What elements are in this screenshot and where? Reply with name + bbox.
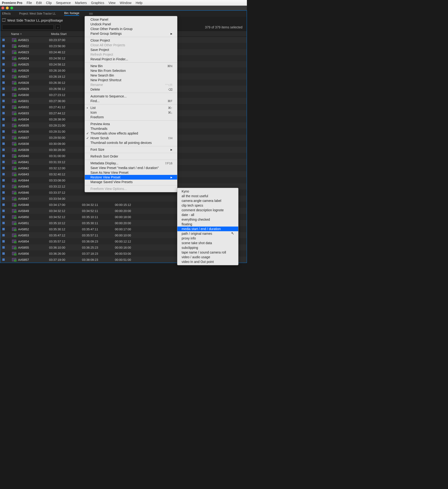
row-checkbox[interactable] xyxy=(2,258,5,261)
menu-item[interactable]: Metadata Display...⇧F16 xyxy=(85,161,177,165)
menu-item[interactable]: Find...⌘F xyxy=(85,98,177,103)
submenu-item[interactable]: all the most useful xyxy=(177,194,238,198)
menu-view[interactable]: View xyxy=(108,1,116,5)
row-checkbox[interactable] xyxy=(2,197,5,200)
row-checkbox[interactable] xyxy=(2,240,5,243)
row-checkbox[interactable] xyxy=(2,57,5,60)
row-checkbox[interactable] xyxy=(2,51,5,54)
menu-item[interactable]: Reveal Project in Finder... xyxy=(85,57,177,62)
menu-item[interactable]: Manage Saved View Presets xyxy=(85,179,177,184)
row-checkbox[interactable] xyxy=(2,191,5,194)
submenu-item[interactable]: tape name / sound camera roll xyxy=(177,250,238,255)
row-checkbox[interactable] xyxy=(2,99,5,102)
submenu-item[interactable]: path / original names xyxy=(177,231,238,236)
menu-item[interactable]: Preview Area xyxy=(85,122,177,126)
menu-item[interactable]: Thumbnail controls for all pointing devi… xyxy=(85,140,177,145)
window-zoom-button[interactable] xyxy=(10,7,13,9)
row-checkbox[interactable] xyxy=(2,167,5,170)
bin-icon[interactable] xyxy=(2,19,5,22)
row-checkbox[interactable] xyxy=(2,87,5,90)
row-checkbox[interactable] xyxy=(2,45,5,48)
menu-item[interactable]: Save View Preset "media start / end / du… xyxy=(85,165,177,170)
row-checkbox[interactable] xyxy=(2,222,5,224)
row-checkbox[interactable] xyxy=(2,112,5,114)
menu-markers[interactable]: Markers xyxy=(75,1,87,5)
menu-item[interactable]: Close Project xyxy=(85,38,177,43)
row-checkbox[interactable] xyxy=(2,124,5,127)
submenu-item[interactable]: floating xyxy=(177,222,238,227)
tab-project[interactable]: Project: West Side Tractor LL xyxy=(19,12,56,15)
menu-item[interactable]: New Bin From Selection xyxy=(85,68,177,73)
row-checkbox[interactable] xyxy=(2,39,5,41)
menu-window[interactable]: Window xyxy=(120,1,132,5)
tab-bin-footage[interactable]: Bin: footage xyxy=(64,11,79,16)
submenu-item[interactable]: camera angle camera label xyxy=(177,198,238,203)
menu-item[interactable]: Close Panel xyxy=(85,17,177,22)
submenu-item[interactable]: scene take shot data xyxy=(177,241,238,245)
row-checkbox[interactable] xyxy=(2,75,5,78)
row-checkbox[interactable] xyxy=(2,93,5,96)
menu-item[interactable]: New Project Shortcut xyxy=(85,78,177,82)
submenu-item[interactable]: comment description lognote xyxy=(177,208,238,212)
row-checkbox[interactable] xyxy=(2,215,5,218)
row-checkbox[interactable] xyxy=(2,228,5,230)
row-checkbox[interactable] xyxy=(2,136,5,139)
menu-item[interactable]: ✓Hover Scrub⇧H xyxy=(85,136,177,140)
menu-item[interactable]: ✓Thumbnails show effects applied xyxy=(85,131,177,136)
column-header-name[interactable]: Name ∧ xyxy=(11,32,51,36)
tab-effects[interactable]: Effects xyxy=(2,12,11,15)
row-checkbox[interactable] xyxy=(2,142,5,145)
row-checkbox[interactable] xyxy=(2,185,5,188)
new-search-bin-button[interactable]: ⌕ xyxy=(55,25,60,30)
menu-sequence[interactable]: Sequence xyxy=(56,1,71,5)
menu-file[interactable]: File xyxy=(26,1,32,5)
submenu-item[interactable]: video In and Out point xyxy=(177,259,238,263)
submenu-item[interactable]: video / audio usage xyxy=(177,255,238,259)
row-checkbox[interactable] xyxy=(2,155,5,157)
menu-item[interactable]: New Search Bin xyxy=(85,73,177,78)
row-checkbox[interactable] xyxy=(2,106,5,108)
window-close-button[interactable] xyxy=(1,7,4,9)
menu-item[interactable]: New Bin⌘N xyxy=(85,64,177,68)
menu-item[interactable]: Undock Panel xyxy=(85,22,177,26)
menu-item[interactable]: Panel Group Settings▶ xyxy=(85,31,177,36)
submenu-item[interactable]: everything checked xyxy=(177,217,238,222)
row-checkbox[interactable] xyxy=(2,81,5,84)
row-checkbox[interactable] xyxy=(2,63,5,66)
menu-item[interactable]: Thumbnails xyxy=(85,126,177,131)
menu-graphics[interactable]: Graphics xyxy=(91,1,104,5)
row-checkbox[interactable] xyxy=(2,130,5,133)
panel-menu-icon[interactable] xyxy=(89,13,93,15)
menu-item[interactable]: Close Other Panels in Group xyxy=(85,26,177,31)
submenu-item[interactable]: Kyno xyxy=(177,189,238,194)
menu-item[interactable]: Font Size▶ xyxy=(85,147,177,152)
menu-help[interactable]: Help xyxy=(136,1,143,5)
row-checkbox[interactable] xyxy=(2,246,5,249)
menu-item[interactable]: Restore View Preset▶ xyxy=(85,175,177,179)
window-minimize-button[interactable] xyxy=(6,7,9,9)
column-header-media-start[interactable]: Media Start xyxy=(51,32,84,36)
row-checkbox[interactable] xyxy=(2,69,5,72)
row-checkbox[interactable] xyxy=(2,203,5,206)
menu-edit[interactable]: Edit xyxy=(36,1,42,5)
submenu-item[interactable]: date - all xyxy=(177,212,238,217)
menu-item[interactable]: Freeform xyxy=(85,115,177,120)
menu-item[interactable]: Automate to Sequence... xyxy=(85,94,177,98)
row-checkbox[interactable] xyxy=(2,148,5,151)
search-input[interactable] xyxy=(2,25,54,30)
menu-item[interactable]: Delete⌫ xyxy=(85,87,177,92)
submenu-item[interactable]: media start / end / duration xyxy=(177,227,238,231)
submenu-item[interactable]: subclipping xyxy=(177,245,238,250)
row-checkbox[interactable] xyxy=(2,179,5,182)
row-checkbox[interactable] xyxy=(2,209,5,212)
submenu-item[interactable]: proxy info xyxy=(177,236,238,241)
row-checkbox[interactable] xyxy=(2,118,5,121)
menu-item[interactable]: Save As New View Preset xyxy=(85,170,177,175)
menu-item[interactable]: Icon⌘↓ xyxy=(85,110,177,115)
row-checkbox[interactable] xyxy=(2,173,5,176)
menu-item[interactable]: Refresh Sort Order xyxy=(85,154,177,159)
row-checkbox[interactable] xyxy=(2,234,5,237)
row-checkbox[interactable] xyxy=(2,161,5,163)
menu-item[interactable]: ●List⌘↑ xyxy=(85,106,177,110)
menu-item[interactable]: Save Project xyxy=(85,48,177,52)
